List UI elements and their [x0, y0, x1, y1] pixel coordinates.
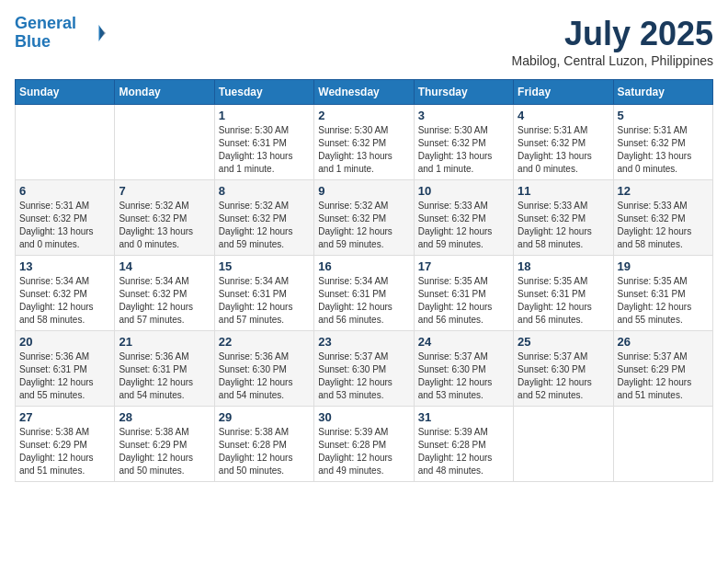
day-number: 10 [418, 184, 509, 198]
calendar-cell [16, 105, 115, 180]
day-info: Sunrise: 5:30 AMSunset: 6:31 PMDaylight:… [219, 125, 293, 174]
day-number: 2 [318, 109, 409, 122]
week-row-2: 6Sunrise: 5:31 AMSunset: 6:32 PMDaylight… [16, 180, 713, 256]
subtitle: Mabilog, Central Luzon, Philippines [512, 53, 713, 68]
calendar-cell: 10Sunrise: 5:33 AMSunset: 6:32 PMDayligh… [414, 180, 513, 256]
day-info: Sunrise: 5:36 AMSunset: 6:30 PMDaylight:… [219, 351, 293, 400]
day-number: 5 [618, 109, 709, 122]
calendar-cell: 29Sunrise: 5:38 AMSunset: 6:28 PMDayligh… [214, 407, 313, 482]
day-info: Sunrise: 5:30 AMSunset: 6:32 PMDaylight:… [318, 125, 392, 174]
calendar-cell: 9Sunrise: 5:32 AMSunset: 6:32 PMDaylight… [314, 180, 414, 256]
week-row-3: 13Sunrise: 5:34 AMSunset: 6:32 PMDayligh… [16, 256, 713, 331]
day-number: 11 [518, 184, 609, 198]
calendar-cell: 22Sunrise: 5:36 AMSunset: 6:30 PMDayligh… [214, 331, 313, 407]
day-header-sunday: Sunday [16, 80, 115, 105]
logo-icon [78, 19, 106, 47]
day-number: 31 [418, 410, 509, 424]
day-number: 22 [219, 335, 310, 349]
day-number: 24 [418, 335, 509, 349]
calendar-cell: 19Sunrise: 5:35 AMSunset: 6:31 PMDayligh… [613, 256, 712, 331]
day-number: 28 [119, 410, 210, 424]
day-info: Sunrise: 5:36 AMSunset: 6:31 PMDaylight:… [19, 351, 94, 400]
calendar-cell: 17Sunrise: 5:35 AMSunset: 6:31 PMDayligh… [414, 256, 513, 331]
day-info: Sunrise: 5:33 AMSunset: 6:32 PMDaylight:… [518, 201, 592, 249]
day-number: 6 [19, 184, 110, 198]
day-number: 23 [318, 335, 409, 349]
calendar-cell: 18Sunrise: 5:35 AMSunset: 6:31 PMDayligh… [514, 256, 613, 331]
day-info: Sunrise: 5:35 AMSunset: 6:31 PMDaylight:… [518, 276, 592, 325]
calendar-cell: 12Sunrise: 5:33 AMSunset: 6:32 PMDayligh… [613, 180, 712, 256]
day-info: Sunrise: 5:35 AMSunset: 6:31 PMDaylight:… [418, 276, 493, 325]
title-block: July 2025 Mabilog, Central Luzon, Philip… [512, 15, 713, 68]
calendar-cell: 3Sunrise: 5:30 AMSunset: 6:32 PMDaylight… [414, 105, 513, 180]
calendar-cell: 31Sunrise: 5:39 AMSunset: 6:28 PMDayligh… [414, 407, 513, 482]
calendar-cell: 14Sunrise: 5:34 AMSunset: 6:32 PMDayligh… [115, 256, 214, 331]
day-number: 13 [19, 259, 110, 273]
day-info: Sunrise: 5:37 AMSunset: 6:30 PMDaylight:… [318, 351, 392, 400]
day-number: 4 [518, 109, 609, 122]
main-title: July 2025 [512, 15, 713, 53]
day-info: Sunrise: 5:34 AMSunset: 6:31 PMDaylight:… [219, 276, 293, 325]
logo: GeneralBlue [15, 15, 106, 52]
logo-text: GeneralBlue [15, 15, 76, 52]
day-info: Sunrise: 5:38 AMSunset: 6:28 PMDaylight:… [219, 427, 293, 476]
calendar-cell: 5Sunrise: 5:31 AMSunset: 6:32 PMDaylight… [613, 105, 712, 180]
day-number: 1 [219, 109, 310, 122]
day-info: Sunrise: 5:38 AMSunset: 6:29 PMDaylight:… [119, 427, 193, 476]
day-number: 30 [318, 410, 409, 424]
day-info: Sunrise: 5:34 AMSunset: 6:32 PMDaylight:… [19, 276, 94, 325]
calendar-table: SundayMondayTuesdayWednesdayThursdayFrid… [15, 79, 713, 482]
day-number: 21 [119, 335, 210, 349]
calendar-cell: 13Sunrise: 5:34 AMSunset: 6:32 PMDayligh… [16, 256, 115, 331]
day-header-tuesday: Tuesday [214, 80, 313, 105]
day-number: 26 [618, 335, 709, 349]
calendar-cell [613, 407, 712, 482]
day-info: Sunrise: 5:32 AMSunset: 6:32 PMDaylight:… [318, 201, 392, 249]
day-number: 9 [318, 184, 409, 198]
day-header-wednesday: Wednesday [314, 80, 414, 105]
day-number: 25 [518, 335, 609, 349]
day-number: 14 [119, 259, 210, 273]
day-number: 17 [418, 259, 509, 273]
day-info: Sunrise: 5:32 AMSunset: 6:32 PMDaylight:… [119, 201, 193, 249]
calendar-cell: 24Sunrise: 5:37 AMSunset: 6:30 PMDayligh… [414, 331, 513, 407]
calendar-cell: 21Sunrise: 5:36 AMSunset: 6:31 PMDayligh… [115, 331, 214, 407]
day-info: Sunrise: 5:34 AMSunset: 6:31 PMDaylight:… [318, 276, 392, 325]
calendar-cell: 27Sunrise: 5:38 AMSunset: 6:29 PMDayligh… [16, 407, 115, 482]
day-info: Sunrise: 5:30 AMSunset: 6:32 PMDaylight:… [418, 125, 493, 174]
day-header-thursday: Thursday [414, 80, 513, 105]
calendar-cell: 28Sunrise: 5:38 AMSunset: 6:29 PMDayligh… [115, 407, 214, 482]
page-header: GeneralBlue July 2025 Mabilog, Central L… [15, 15, 713, 68]
day-number: 29 [219, 410, 310, 424]
calendar-cell: 4Sunrise: 5:31 AMSunset: 6:32 PMDaylight… [514, 105, 613, 180]
calendar-cell [115, 105, 214, 180]
day-info: Sunrise: 5:37 AMSunset: 6:29 PMDaylight:… [618, 351, 692, 400]
calendar-cell: 11Sunrise: 5:33 AMSunset: 6:32 PMDayligh… [514, 180, 613, 256]
day-info: Sunrise: 5:39 AMSunset: 6:28 PMDaylight:… [418, 427, 493, 476]
day-info: Sunrise: 5:36 AMSunset: 6:31 PMDaylight:… [119, 351, 193, 400]
day-info: Sunrise: 5:37 AMSunset: 6:30 PMDaylight:… [518, 351, 592, 400]
calendar-cell: 23Sunrise: 5:37 AMSunset: 6:30 PMDayligh… [314, 331, 414, 407]
day-number: 20 [19, 335, 110, 349]
day-number: 18 [518, 259, 609, 273]
day-info: Sunrise: 5:35 AMSunset: 6:31 PMDaylight:… [618, 276, 692, 325]
calendar-cell: 20Sunrise: 5:36 AMSunset: 6:31 PMDayligh… [16, 331, 115, 407]
day-number: 3 [418, 109, 509, 122]
day-header-friday: Friday [514, 80, 613, 105]
calendar-cell: 7Sunrise: 5:32 AMSunset: 6:32 PMDaylight… [115, 180, 214, 256]
day-number: 16 [318, 259, 409, 273]
day-info: Sunrise: 5:31 AMSunset: 6:32 PMDaylight:… [518, 125, 592, 174]
day-info: Sunrise: 5:39 AMSunset: 6:28 PMDaylight:… [318, 427, 392, 476]
calendar-cell: 2Sunrise: 5:30 AMSunset: 6:32 PMDaylight… [314, 105, 414, 180]
day-header-monday: Monday [115, 80, 214, 105]
week-row-5: 27Sunrise: 5:38 AMSunset: 6:29 PMDayligh… [16, 407, 713, 482]
day-number: 27 [19, 410, 110, 424]
day-number: 15 [219, 259, 310, 273]
calendar-cell: 25Sunrise: 5:37 AMSunset: 6:30 PMDayligh… [514, 331, 613, 407]
day-header-saturday: Saturday [613, 80, 712, 105]
calendar-cell: 15Sunrise: 5:34 AMSunset: 6:31 PMDayligh… [214, 256, 313, 331]
day-info: Sunrise: 5:31 AMSunset: 6:32 PMDaylight:… [19, 201, 94, 249]
day-info: Sunrise: 5:38 AMSunset: 6:29 PMDaylight:… [19, 427, 94, 476]
calendar-cell: 8Sunrise: 5:32 AMSunset: 6:32 PMDaylight… [214, 180, 313, 256]
day-info: Sunrise: 5:33 AMSunset: 6:32 PMDaylight:… [618, 201, 692, 249]
